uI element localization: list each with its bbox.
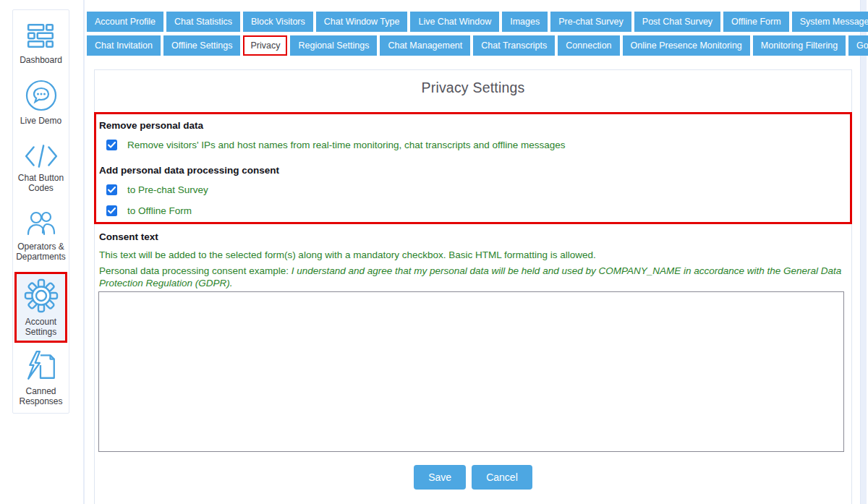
tab-pre-chat-survey[interactable]: Pre-chat Survey: [550, 12, 631, 32]
consent-offline-label: to Offline Form: [127, 205, 192, 216]
consent-offline-checkbox[interactable]: [106, 205, 117, 216]
remove-ips-checkbox[interactable]: [106, 140, 117, 150]
cancel-button[interactable]: Cancel: [472, 465, 532, 490]
sidebar-item-label: Live Demo: [20, 116, 61, 126]
privacy-settings-page: Dashboard Live Demo: [0, 0, 868, 504]
code-icon: [24, 143, 59, 169]
operators-icon: [25, 209, 58, 238]
consent-text-heading: Consent text: [99, 231, 846, 244]
sidebar-item-operators-departments[interactable]: Operators & Departments: [13, 209, 69, 262]
consent-text-block: Consent text This text will be added to …: [99, 231, 846, 289]
personal-data-settings-section: Remove personal data Remove visitors' IP…: [94, 112, 852, 224]
tab-post-chat-survey[interactable]: Post Chat Survey: [634, 12, 720, 32]
sidebar-item-dashboard[interactable]: Dashboard: [13, 21, 69, 65]
consent-textarea[interactable]: [98, 291, 844, 452]
consent-prechat-row: to Pre-chat Survey: [106, 181, 843, 197]
tab-chat-statistics[interactable]: Chat Statistics: [166, 12, 240, 32]
sidebar-item-account-settings[interactable]: Account Settings: [14, 272, 67, 343]
add-consent-heading: Add personal data processing consent: [99, 164, 843, 177]
tab-chat-transcripts[interactable]: Chat Transcripts: [473, 35, 555, 56]
sidebar-item-label: Canned Responses: [13, 386, 69, 406]
page-title: Privacy Settings: [95, 80, 851, 96]
sidebar-item-label: Operators & Departments: [13, 242, 69, 262]
tab-system-messages[interactable]: System Messages: [792, 12, 868, 32]
sidebar-item-chat-button-codes[interactable]: Chat Button Codes: [13, 143, 69, 193]
tab-chat-window-type[interactable]: Chat Window Type: [316, 12, 408, 32]
sidebar: Dashboard Live Demo: [12, 9, 69, 414]
tabs-row-1: Account Profile Chat Statistics Block Vi…: [87, 12, 868, 32]
sidebar-item-label: Chat Button Codes: [13, 173, 69, 193]
tab-images[interactable]: Images: [502, 12, 548, 32]
consent-prechat-label: to Pre-chat Survey: [127, 184, 208, 195]
remove-ips-row: Remove visitors' IPs and host names from…: [106, 137, 843, 153]
canned-responses-icon: [25, 349, 58, 383]
sidebar-item-canned-responses[interactable]: Canned Responses: [13, 349, 69, 406]
sidebar-item-live-demo[interactable]: Live Demo: [13, 79, 69, 126]
consent-text-description: This text will be added to the selected …: [99, 249, 846, 261]
consent-offline-row: to Offline Form: [106, 202, 843, 218]
sidebar-item-label: Account Settings: [17, 317, 65, 337]
tab-offline-form[interactable]: Offline Form: [723, 12, 789, 32]
tab-chat-management[interactable]: Chat Management: [380, 35, 470, 56]
live-demo-chat-icon: [25, 79, 58, 112]
tabs-row-2: Chat Invitation Offline Settings Privacy…: [87, 35, 868, 56]
save-button[interactable]: Save: [414, 465, 466, 490]
tab-block-visitors[interactable]: Block Visitors: [243, 12, 313, 32]
tab-privacy[interactable]: Privacy: [243, 35, 287, 56]
sidebar-item-label: Dashboard: [20, 55, 62, 65]
form-actions: Save Cancel: [94, 465, 852, 490]
sidebar-divider: [83, 0, 85, 504]
tab-chat-invitation[interactable]: Chat Invitation: [87, 35, 161, 56]
remove-personal-data-heading: Remove personal data: [99, 119, 843, 132]
right-scrollbar-track[interactable]: [860, 0, 867, 504]
tab-account-profile[interactable]: Account Profile: [87, 12, 163, 32]
remove-ips-label: Remove visitors' IPs and host names from…: [127, 140, 566, 150]
consent-example-prefix: Personal data processing consent example…: [99, 265, 292, 276]
gear-icon: [24, 278, 59, 313]
tab-live-chat-window[interactable]: Live Chat Window: [410, 12, 499, 32]
tab-monitoring-filtering[interactable]: Monitoring Filtering: [753, 35, 846, 56]
tab-regional-settings[interactable]: Regional Settings: [290, 35, 377, 56]
tab-offline-settings[interactable]: Offline Settings: [163, 35, 241, 56]
consent-text-example: Personal data processing consent example…: [99, 265, 846, 289]
tab-online-presence-monitoring[interactable]: Online Presence Monitoring: [623, 35, 750, 56]
consent-prechat-checkbox[interactable]: [106, 184, 117, 195]
dashboard-icon: [26, 21, 56, 51]
tab-google-analytics[interactable]: Google Analytics: [848, 35, 868, 56]
tab-connection[interactable]: Connection: [558, 35, 619, 56]
